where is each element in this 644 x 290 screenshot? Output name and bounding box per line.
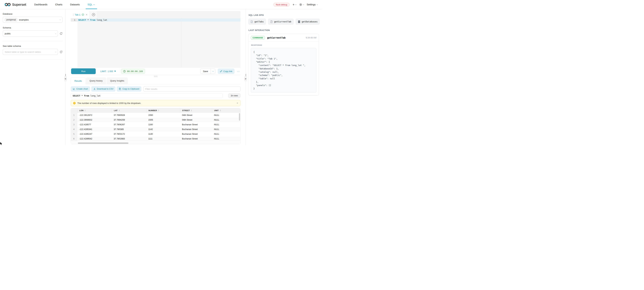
last-interaction-card: COMMAND getCurrentTab 9:34:48 AM RESPONS… bbox=[248, 34, 319, 95]
table-cell: -122.4285247 bbox=[77, 132, 112, 136]
table-cell: -122.3912672 bbox=[77, 113, 112, 118]
file-icon bbox=[250, 20, 253, 23]
sql-code-editor[interactable]: 1 SELECT * from long_lat bbox=[71, 18, 240, 67]
row-number: 2 bbox=[71, 118, 77, 122]
sort-icon[interactable] bbox=[220, 110, 221, 111]
nav-item-charts[interactable]: Charts bbox=[55, 0, 62, 9]
table-cell: 04th Street bbox=[180, 113, 212, 118]
executed-query-row: SELECT * from long_lat 1k rows bbox=[71, 93, 240, 98]
table-select[interactable]: Select table or type to search tables bbox=[3, 49, 58, 55]
copy-link-button[interactable]: Copy link bbox=[218, 68, 234, 74]
save-button[interactable]: Save bbox=[200, 69, 210, 74]
nav-item-dashboards[interactable]: Dashboards bbox=[34, 0, 47, 9]
filter-results-input[interactable] bbox=[144, 86, 240, 92]
column-header-lat[interactable]: LAT bbox=[112, 108, 146, 113]
navbar: Superset Dashboards Charts Datasets SQL … bbox=[0, 0, 322, 9]
refresh-tables-icon[interactable] bbox=[60, 50, 62, 53]
limit-dropdown[interactable]: LIMIT: 1 000 bbox=[100, 70, 116, 73]
table-row: 1-122.391267237.7690928155004th StreetNU… bbox=[71, 113, 240, 118]
database-select[interactable]: postgresql examples bbox=[3, 17, 62, 23]
table-cell: 37.7802883 bbox=[112, 136, 146, 141]
sql-toolbar: Run LIMIT: 1 000 00:00:00.189 bbox=[71, 67, 240, 75]
sort-icon[interactable] bbox=[84, 110, 86, 111]
save-options-caret[interactable] bbox=[210, 69, 215, 74]
pane-resize-handle[interactable] bbox=[71, 75, 240, 77]
cabinet-icon bbox=[298, 20, 300, 23]
superset-logo[interactable]: Superset bbox=[5, 3, 26, 6]
divider bbox=[2, 59, 63, 59]
table-row: 4-122.428534137.7803851142Buchanan Stree… bbox=[71, 127, 240, 132]
chevron-down-icon bbox=[94, 4, 95, 5]
row-count-badge: 1k rows bbox=[228, 93, 240, 98]
sort-icon[interactable] bbox=[119, 110, 120, 111]
chevron-down-icon bbox=[295, 4, 296, 5]
horizontal-scrollbar[interactable] bbox=[71, 142, 240, 144]
get-databases-button[interactable]: getDatabases bbox=[296, 18, 320, 25]
row-number: 1 bbox=[71, 113, 77, 118]
clock-icon bbox=[123, 70, 126, 73]
column-header-lon[interactable]: LON bbox=[77, 108, 112, 113]
settings-menu[interactable]: Settings bbox=[307, 3, 318, 6]
close-tab-icon[interactable]: × bbox=[86, 13, 87, 16]
tab-results[interactable]: Results bbox=[71, 77, 86, 84]
add-tab-button[interactable]: + bbox=[90, 11, 97, 18]
get-current-tab-button[interactable]: getCurrentTab bbox=[268, 18, 294, 25]
close-warning-icon[interactable]: × bbox=[237, 102, 238, 104]
column-header-unit[interactable]: UNIT bbox=[212, 108, 240, 113]
schema-label: Schema bbox=[3, 26, 62, 29]
results-table: LON LAT NUMBER STREET UNIT 1-122.3912672… bbox=[71, 108, 240, 144]
table-cell: 1142 bbox=[146, 127, 180, 132]
scrollbar-thumb[interactable] bbox=[239, 113, 240, 121]
create-chart-button[interactable]: Create chart bbox=[71, 86, 90, 92]
table-cell: NULL bbox=[212, 122, 240, 127]
refresh-schema-icon[interactable] bbox=[60, 32, 62, 35]
table-schema-label: See table schema bbox=[3, 45, 62, 47]
collapse-right-panel-button[interactable]: > bbox=[244, 76, 247, 81]
chart-icon bbox=[73, 88, 75, 90]
table-row: 6-122.428954237.78028831111Buchanan Stre… bbox=[71, 136, 240, 141]
table-cell: NULL bbox=[212, 118, 240, 122]
run-button[interactable]: Run bbox=[71, 68, 96, 74]
table-cell: Buchanan Street bbox=[180, 122, 212, 127]
editor-tab-1[interactable]: Tab 1 × bbox=[71, 11, 90, 18]
api-buttons: getTabs getCurrentTab bbox=[248, 18, 319, 25]
nav-item-datasets[interactable]: Datasets bbox=[70, 0, 80, 9]
column-header-street[interactable]: STREET bbox=[180, 108, 212, 113]
last-interaction-title: LAST INTERACTION bbox=[248, 29, 319, 31]
sort-icon[interactable] bbox=[158, 110, 159, 111]
table-cell: Buchanan Street bbox=[180, 136, 212, 141]
command-name: getCurrentTab bbox=[267, 36, 286, 39]
collapse-left-panel-button[interactable]: < bbox=[64, 76, 67, 81]
apis-panel-title: SQL LAB APIS bbox=[248, 14, 319, 16]
more-options-button[interactable]: ··· bbox=[237, 70, 240, 73]
row-number: 5 bbox=[71, 132, 77, 136]
navbar-right: flask-debug + Settings bbox=[274, 3, 318, 6]
chevron-down-icon bbox=[55, 51, 56, 52]
table-cell: Buchanan Street bbox=[180, 132, 212, 136]
copy-clipboard-button[interactable]: Copy to Clipboard bbox=[117, 86, 141, 92]
table-cell: -122.4289542 bbox=[77, 136, 112, 141]
column-header-number[interactable]: NUMBER bbox=[146, 108, 180, 113]
database-label: Database bbox=[3, 13, 62, 15]
brand-name: Superset bbox=[12, 3, 26, 6]
editor-tab-title: Tab 1 bbox=[75, 13, 80, 16]
sort-icon[interactable] bbox=[191, 110, 192, 111]
download-icon bbox=[93, 88, 96, 90]
download-csv-button[interactable]: Download to CSV bbox=[91, 86, 116, 92]
editor-content: SELECT * from long_lat bbox=[78, 18, 240, 67]
new-item-menu[interactable]: + bbox=[292, 3, 296, 6]
table-cell: -122.3908502 bbox=[77, 118, 112, 122]
sql-statement: SELECT * from long_lat bbox=[78, 18, 240, 21]
tab-query-insights[interactable]: Query Insights bbox=[107, 77, 128, 84]
table-cell: 04th Street bbox=[180, 118, 212, 122]
nav-item-sql[interactable]: SQL bbox=[88, 0, 94, 9]
tab-query-history[interactable]: Query history bbox=[86, 77, 106, 84]
vertical-scrollbar[interactable] bbox=[239, 113, 240, 121]
schema-select[interactable]: public bbox=[3, 30, 58, 36]
get-tabs-button[interactable]: getTabs bbox=[248, 18, 266, 25]
sql-lab-apis-panel: SQL LAB APIS getTabs bbox=[246, 9, 322, 145]
drag-handle-icon[interactable] bbox=[73, 14, 74, 14]
timer-value: 00:00:00.189 bbox=[127, 70, 143, 73]
theme-menu[interactable] bbox=[299, 3, 304, 6]
scrollbar-thumb[interactable] bbox=[78, 142, 128, 144]
